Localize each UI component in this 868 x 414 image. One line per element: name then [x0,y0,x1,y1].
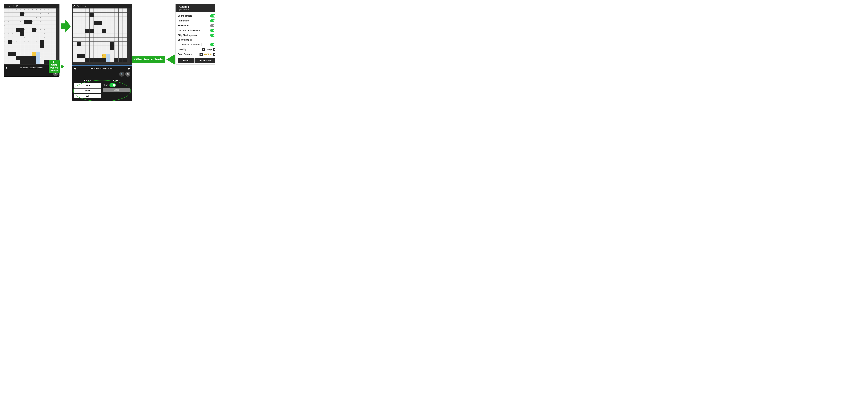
svg-text:25: 25 [4,25,5,26]
svg-rect-374 [90,46,94,50]
svg-rect-407 [73,58,77,62]
svg-rect-320 [123,25,127,29]
svg-rect-399 [94,54,98,58]
svg-text:68: 68 [4,61,5,61]
other-assist-text: Other Assist Tools [132,56,165,63]
svg-rect-171 [40,40,44,44]
svg-rect-433 [123,58,127,62]
color-scheme-prev-btn[interactable]: ◀ [199,53,203,56]
svg-rect-296 [123,17,127,21]
svg-rect-132 [36,48,40,52]
svg-rect-95 [36,36,40,40]
middle-clue-bar: ◀ 66 Scone accompaniment ▶ [72,65,132,71]
svg-rect-371 [77,46,81,50]
svg-rect-430 [102,58,106,62]
svg-rect-355 [115,37,118,41]
svg-rect-21 [36,12,40,16]
lock-correct-label: Lock correct answers [178,29,200,32]
svg-rect-98 [48,36,52,40]
svg-rect-48 [48,20,52,24]
svg-rect-121 [44,44,48,48]
svg-rect-318 [115,25,118,29]
svg-rect-119 [32,44,36,48]
svg-rect-309 [77,25,81,29]
sound-effects-toggle[interactable] [210,14,215,18]
svg-rect-314 [98,25,102,29]
svg-rect-427 [90,58,94,62]
svg-rect-180 [24,60,28,64]
svg-rect-145 [40,52,44,56]
middle-panel-section: A C I D [72,4,132,101]
svg-rect-319 [119,25,123,29]
lookup-next-btn[interactable]: ▶ [213,48,215,51]
instructions-btn[interactable]: Instructions [195,58,215,63]
settings-body: Sound effects Animations Show clock [176,12,215,64]
color-scheme-label: Color Scheme [178,53,192,56]
svg-rect-330 [119,29,123,33]
svg-rect-313 [94,25,98,29]
svg-rect-277 [98,12,102,17]
svg-text:32: 32 [36,29,37,30]
crossword-svg-middle: 66 [73,8,130,64]
svg-rect-391 [110,50,114,54]
svg-text:64: 64 [17,57,17,58]
svg-rect-408 [77,58,81,62]
show-clock-toggle[interactable] [210,24,215,27]
lock-correct-toggle[interactable] [210,29,215,32]
svg-rect-278 [102,12,106,17]
reveal-all-btn[interactable]: All [74,94,101,98]
svg-rect-329 [115,29,118,33]
svg-rect-58 [36,24,40,28]
svg-rect-165 [20,12,24,16]
svg-rect-116 [20,44,24,48]
svg-rect-33 [32,17,36,20]
svg-rect-351 [98,37,102,41]
svg-rect-306 [119,21,123,25]
middle-next-clue-btn[interactable]: ▶ [128,67,130,70]
skip-filled-toggle[interactable] [210,34,215,37]
svg-rect-110 [48,40,52,44]
reveal-entry-btn[interactable]: Entry [74,89,101,93]
middle-search-btn[interactable]: 🔍 [119,71,124,77]
middle-prev-clue-btn[interactable]: ◀ [74,67,76,70]
lookup-prev-btn[interactable]: ◀ [202,48,205,51]
left-clue-text: 66 Scone accompaniment [20,66,43,69]
svg-rect-181 [28,60,32,64]
middle-gear-btn[interactable]: ⚙ [125,71,130,77]
svg-rect-370 [73,46,77,50]
animations-toggle[interactable] [210,19,215,22]
color-scheme-next-btn[interactable]: ▶ [213,53,215,56]
svg-rect-315 [102,25,106,29]
svg-text:45: 45 [17,41,17,42]
svg-text:46: 46 [24,41,25,42]
multiword-toggle[interactable] [210,43,215,46]
left-panel: A C I D [4,4,60,77]
svg-rect-385 [86,50,89,54]
svg-rect-120 [36,44,40,48]
svg-rect-416 [94,21,98,25]
show-hints-label: Show hints i [178,38,192,41]
svg-rect-409 [81,58,85,62]
svg-rect-52 [12,24,16,28]
svg-rect-423 [110,46,114,50]
svg-rect-139 [16,52,20,56]
middle-clue-text: 66 Scone accompaniment [91,67,113,69]
left-grid-area: 1 2 3 4 5 6 7 8 9 10 11 12 13 [4,8,60,65]
svg-rect-352 [102,37,106,41]
svg-rect-30 [20,17,24,20]
svg-rect-308 [73,25,77,29]
svg-rect-15 [8,12,12,16]
svg-rect-389 [102,50,106,54]
reveal-letter-btn[interactable]: Letter [74,83,101,88]
svg-rect-360 [86,42,89,46]
svg-rect-295 [119,17,123,21]
errors-clear-btn[interactable]: Clear [103,88,130,92]
svg-rect-327 [106,29,110,33]
prev-clue-btn[interactable]: ◀ [5,66,7,69]
lookup-value: Google [206,48,212,51]
home-btn[interactable]: Home [178,58,194,63]
svg-text:65: 65 [24,57,25,58]
svg-rect-67 [28,28,32,32]
svg-rect-325 [98,29,102,33]
errors-show-toggle[interactable] [110,83,116,87]
